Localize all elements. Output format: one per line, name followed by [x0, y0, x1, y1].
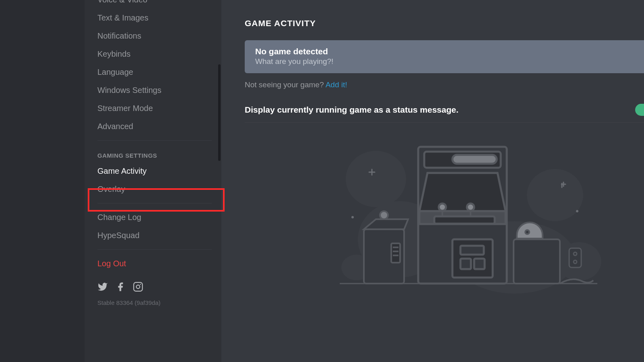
version-label: Stable 83364 (9af39da)	[93, 296, 216, 309]
divider	[97, 203, 212, 204]
add-game-hint: Not seeing your game? Add it!	[245, 80, 644, 89]
sidebar-item-text-images[interactable]: Text & Images	[93, 9, 216, 27]
sidebar-item-keybinds[interactable]: Keybinds	[93, 45, 216, 63]
sidebar-item-voice-video[interactable]: Voice & Video	[93, 0, 216, 9]
svg-point-38	[574, 252, 577, 255]
sidebar-gutter	[0, 0, 85, 362]
svg-point-22	[380, 211, 388, 219]
svg-point-3	[346, 151, 406, 207]
divider	[97, 140, 212, 141]
card-subtitle: What are you playing?!	[255, 57, 634, 66]
svg-point-2	[140, 284, 141, 285]
settings-sidebar: Voice & Video Text & Images Notification…	[85, 0, 221, 362]
instagram-icon[interactable]	[133, 282, 143, 292]
page-title: GAME ACTIVITY	[245, 19, 644, 28]
svg-point-26	[439, 204, 446, 211]
sidebar-item-notifications[interactable]: Notifications	[93, 27, 216, 45]
svg-point-15	[576, 210, 578, 212]
sidebar-item-streamer-mode[interactable]: Streamer Mode	[93, 99, 216, 117]
sidebar-item-game-activity[interactable]: Game Activity	[93, 162, 216, 180]
divider	[245, 122, 644, 123]
svg-point-5	[527, 169, 583, 221]
svg-point-14	[351, 216, 354, 218]
svg-rect-25	[452, 155, 497, 164]
add-game-link[interactable]: Add it!	[326, 80, 347, 89]
settings-window: Voice & Video Text & Images Notification…	[0, 0, 644, 362]
sidebar-item-windows-settings[interactable]: Windows Settings	[93, 81, 216, 99]
scrollbar-thumb[interactable]	[218, 64, 221, 161]
sidebar-item-overlay[interactable]: Overlay	[93, 180, 216, 198]
sidebar-item-hypesquad[interactable]: HypeSquad	[93, 226, 216, 245]
display-game-toggle[interactable]	[635, 104, 644, 116]
sidebar-item-language[interactable]: Language	[93, 63, 216, 81]
svg-rect-30	[434, 216, 495, 224]
divider	[97, 249, 212, 250]
svg-point-1	[136, 285, 140, 289]
social-links	[93, 273, 216, 296]
svg-point-39	[574, 260, 577, 263]
svg-rect-33	[474, 259, 485, 269]
empty-state-illustration	[245, 135, 644, 296]
sidebar-scrollbar[interactable]	[217, 0, 221, 362]
sidebar-item-change-log[interactable]: Change Log	[93, 208, 216, 226]
sidebar-item-advanced[interactable]: Advanced	[93, 117, 216, 136]
sidebar-item-logout[interactable]: Log Out	[93, 255, 216, 273]
svg-point-28	[467, 204, 474, 211]
svg-rect-0	[134, 282, 142, 291]
svg-point-36	[525, 230, 529, 234]
main-panel: GAME ACTIVITY No game detected What are …	[221, 0, 644, 362]
sidebar-header-gaming: GAMING SETTINGS	[93, 146, 216, 162]
twitter-icon[interactable]	[97, 282, 108, 292]
svg-rect-18	[391, 243, 400, 263]
facebook-icon[interactable]	[115, 282, 126, 292]
svg-rect-32	[460, 259, 471, 269]
svg-rect-37	[569, 248, 581, 267]
card-title: No game detected	[255, 47, 634, 56]
svg-rect-35	[514, 239, 560, 284]
toggle-label: Display currently running game as a stat…	[245, 105, 458, 115]
display-game-toggle-row: Display currently running game as a stat…	[245, 104, 644, 116]
svg-rect-34	[460, 246, 484, 255]
no-game-card: No game detected What are you playing?!	[245, 40, 644, 73]
hint-text: Not seeing your game?	[245, 80, 326, 89]
